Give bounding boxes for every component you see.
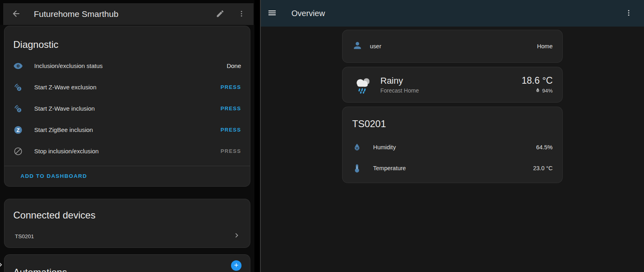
diagnostic-card-title: Diagnostic <box>13 37 241 52</box>
list-item-zwave-inclusion[interactable]: Z Start Z-Wave inclusion PRESS <box>13 98 241 119</box>
entity-row-humidity[interactable]: Humidity 64.5% <box>352 137 553 158</box>
connected-devices-title: Connected devices <box>13 208 241 223</box>
press-button[interactable]: PRESS <box>221 105 241 111</box>
list-item-zwave-exclusion[interactable]: Z Start Z-Wave exclusion PRESS <box>13 76 241 98</box>
water-percent-icon <box>352 142 362 152</box>
page-title: Futurehome Smarthub <box>34 9 118 19</box>
press-button-disabled: PRESS <box>221 148 241 154</box>
dashboard-title: Overview <box>291 9 325 18</box>
eye-icon <box>13 61 23 71</box>
list-item-inclusion-status[interactable]: Inclusion/exclusion status Done <box>13 55 241 76</box>
weather-card[interactable]: Rainy Forecast Home 18.6 °C 94% <box>342 67 563 103</box>
weather-main: Rainy Forecast Home <box>380 76 419 94</box>
thermometer-icon <box>352 163 362 173</box>
entity-row-temperature[interactable]: Temperature 23.0 °C <box>352 158 553 179</box>
sensor-card-title: TS0201 <box>352 117 553 131</box>
press-button[interactable]: PRESS <box>221 127 241 133</box>
screen: Futurehome Smarthub Diagnostic <box>0 0 644 272</box>
list-item-zigbee-inclusion[interactable]: Z Start ZigBee inclusion PRESS <box>13 119 241 140</box>
list-item-stop-inclusion[interactable]: Stop inclusion/exclusion PRESS <box>13 140 241 162</box>
svg-text:Z: Z <box>18 108 20 112</box>
device-link-ts0201[interactable]: TS0201 <box>13 228 241 244</box>
water-percent-icon <box>535 87 541 94</box>
entity-state: 64.5% <box>536 144 553 150</box>
list-item-label: Inclusion/exclusion status <box>34 62 103 69</box>
automations-title: Automations <box>13 265 241 272</box>
diagnostic-rows: Inclusion/exclusion status Done Z Start … <box>13 55 241 162</box>
device-name: TS0201 <box>13 233 34 239</box>
svg-text:Z: Z <box>18 87 20 91</box>
diagnostic-card: Diagnostic Inclusion/exclusion status Do… <box>4 26 250 187</box>
list-item-label: Start Z-Wave inclusion <box>34 105 95 112</box>
diagnostic-card-footer: ADD TO DASHBOARD <box>13 166 241 186</box>
weather-pouring-icon <box>352 73 374 97</box>
user-entity-card[interactable]: user Home <box>342 30 563 63</box>
list-item-label: Start Z-Wave exclusion <box>34 84 97 91</box>
sidebar-menu-button[interactable] <box>267 8 277 19</box>
weather-temperature: 18.6 °C <box>522 75 553 86</box>
dashboard-menu-button[interactable] <box>625 9 633 18</box>
entity-name: Humidity <box>373 144 396 150</box>
dots-vertical-icon <box>237 10 246 19</box>
automations-card: Automations <box>4 254 250 272</box>
account-icon <box>352 40 363 52</box>
user-entity-state: Home <box>537 43 553 49</box>
press-button[interactable]: PRESS <box>221 84 241 90</box>
plus-icon <box>233 262 239 270</box>
dots-vertical-icon <box>625 9 633 18</box>
overview-header: Overview <box>261 0 644 27</box>
list-item-label: Start ZigBee inclusion <box>34 126 93 133</box>
weather-entity-name: Forecast Home <box>380 87 419 94</box>
arrow-left-icon <box>11 9 21 20</box>
back-button[interactable] <box>11 9 21 20</box>
sensor-rows: Humidity 64.5% Temperature 23.0 °C <box>352 137 553 179</box>
edge-chevron-icon <box>0 260 5 270</box>
cancel-icon <box>13 146 23 156</box>
connected-devices-card: Connected devices TS0201 <box>4 199 250 248</box>
pencil-icon <box>216 9 225 19</box>
chevron-right-icon <box>232 231 241 241</box>
weather-condition: Rainy <box>380 76 419 86</box>
hamburger-menu-icon <box>267 8 277 19</box>
zigbee-icon: Z <box>13 125 23 135</box>
user-entity-name: user <box>370 43 381 49</box>
weather-readings: 18.6 °C 94% <box>522 75 553 94</box>
edit-button[interactable] <box>216 9 225 19</box>
device-page-body: Diagnostic Inclusion/exclusion status Do… <box>0 25 254 272</box>
zwave-icon: Z <box>13 82 23 92</box>
overview-body: user Home Rainy Forecast Home <box>261 27 644 272</box>
device-page-header: Futurehome Smarthub <box>3 3 254 25</box>
sensor-entities-card: TS0201 Humidity 64.5% <box>342 107 563 183</box>
overview-window: Overview user Home <box>260 0 644 272</box>
entity-name: Temperature <box>373 165 406 171</box>
add-automation-button[interactable] <box>231 260 242 271</box>
weather-humidity: 94% <box>542 88 553 94</box>
device-page-window: Futurehome Smarthub Diagnostic <box>0 0 254 272</box>
svg-text:Z: Z <box>17 127 20 133</box>
list-item-label: Stop inclusion/exclusion <box>34 148 99 155</box>
add-to-dashboard-button[interactable]: ADD TO DASHBOARD <box>21 173 87 179</box>
zwave-icon: Z <box>13 104 23 113</box>
entity-state: 23.0 °C <box>533 165 553 171</box>
status-value: Done <box>227 62 241 69</box>
overflow-menu-button[interactable] <box>237 10 246 19</box>
